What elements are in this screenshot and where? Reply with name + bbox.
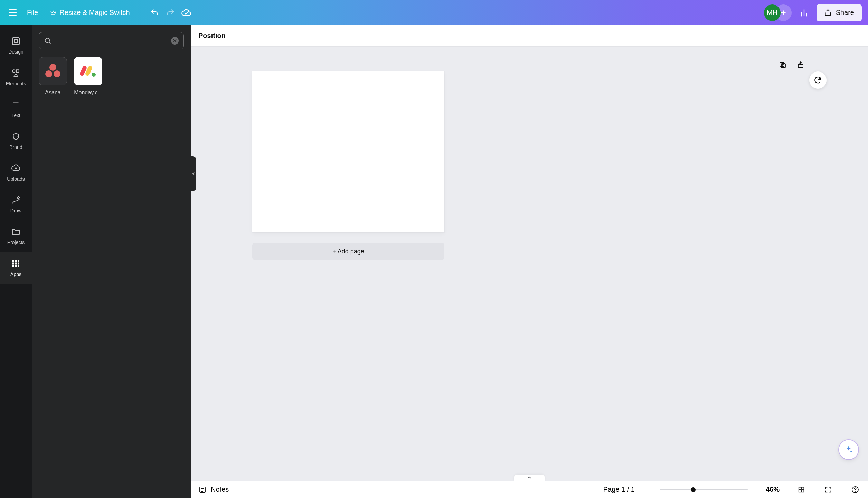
pages-peek-button[interactable] <box>514 475 545 481</box>
footer-bar: Notes Page 1 / 1 46% <box>191 481 868 498</box>
monday-icon <box>78 61 98 82</box>
rail-item-projects[interactable]: Projects <box>0 220 32 252</box>
rail-item-brand[interactable]: CO. Brand <box>0 125 32 156</box>
rail-item-elements[interactable]: Elements <box>0 61 32 93</box>
duplicate-page-button[interactable] <box>777 60 788 70</box>
svg-rect-8 <box>12 263 14 265</box>
apps-search-input[interactable] <box>56 37 167 45</box>
cloud-sync-button[interactable] <box>178 5 194 21</box>
crown-icon <box>50 10 56 16</box>
text-icon <box>11 99 21 110</box>
rail-item-apps[interactable]: Apps <box>0 252 32 284</box>
apps-grid: Asana Monday.c... <box>39 57 184 96</box>
close-icon <box>173 39 177 42</box>
page-actions <box>777 60 806 70</box>
app-tile <box>39 57 67 85</box>
help-button[interactable] <box>850 485 860 495</box>
projects-icon <box>11 227 21 237</box>
context-toolbar: Position <box>191 25 868 47</box>
rail-item-text[interactable]: Text <box>0 93 32 125</box>
notes-icon <box>198 486 207 494</box>
side-panel: Asana Monday.c... <box>32 25 191 498</box>
draw-icon <box>11 195 21 205</box>
redo-button[interactable] <box>162 5 178 21</box>
svg-point-17 <box>54 70 60 77</box>
notes-button[interactable]: Notes <box>198 486 229 494</box>
svg-point-20 <box>92 73 96 77</box>
app-tile <box>74 57 102 85</box>
add-page-button[interactable]: + Add page <box>252 243 444 260</box>
rail-label: Apps <box>10 271 21 277</box>
resize-magic-switch-button[interactable]: Resize & Magic Switch <box>44 5 136 20</box>
elements-icon <box>11 68 21 78</box>
upload-icon <box>796 61 805 69</box>
cloud-check-icon <box>181 8 191 18</box>
fullscreen-button[interactable] <box>823 485 833 495</box>
page-indicator[interactable]: Page 1 / 1 <box>603 486 635 494</box>
refresh-sparkle-icon <box>813 76 822 85</box>
svg-rect-7 <box>18 260 19 262</box>
svg-rect-1 <box>14 39 18 43</box>
file-menu-label: File <box>27 9 38 17</box>
export-page-button[interactable] <box>795 60 806 70</box>
share-icon <box>824 9 832 17</box>
svg-rect-0 <box>12 38 19 45</box>
main-menu-button[interactable] <box>6 6 21 20</box>
notes-label: Notes <box>211 486 229 494</box>
svg-point-2 <box>12 70 15 73</box>
top-bar: File Resize & Magic Switch MH Share <box>0 0 868 25</box>
rail-label: Uploads <box>7 176 25 182</box>
svg-rect-21 <box>781 64 785 68</box>
app-card-asana[interactable]: Asana <box>39 57 67 96</box>
svg-rect-22 <box>780 62 784 66</box>
svg-point-15 <box>49 64 56 71</box>
share-label: Share <box>836 9 854 17</box>
design-icon <box>11 36 21 46</box>
svg-point-14 <box>45 38 50 43</box>
undo-button[interactable] <box>147 5 162 21</box>
zoom-slider-thumb[interactable] <box>691 487 696 492</box>
svg-rect-26 <box>802 487 804 489</box>
svg-rect-10 <box>18 263 19 265</box>
uploads-icon <box>11 163 21 173</box>
position-button[interactable]: Position <box>198 32 226 40</box>
duplicate-icon <box>779 61 787 69</box>
search-icon <box>44 37 51 45</box>
zoom-slider[interactable] <box>660 489 748 490</box>
avatar[interactable]: MH <box>764 4 781 21</box>
canvas-page[interactable] <box>252 71 444 232</box>
svg-rect-28 <box>802 490 804 492</box>
app-card-monday[interactable]: Monday.c... <box>74 57 102 96</box>
app-label: Asana <box>45 89 60 96</box>
canvas-stage[interactable]: + Add page <box>191 47 868 481</box>
apps-search[interactable] <box>39 32 184 49</box>
grid-view-button[interactable] <box>796 485 806 495</box>
rail-label: Projects <box>7 240 25 245</box>
clear-search-button[interactable] <box>171 37 179 45</box>
rail-item-draw[interactable]: Draw <box>0 188 32 220</box>
redo-icon <box>166 8 175 17</box>
share-button[interactable]: Share <box>817 4 862 21</box>
chevron-up-icon <box>527 476 532 479</box>
canva-assistant-button[interactable] <box>839 440 858 459</box>
rail-label: Design <box>8 49 23 55</box>
svg-point-16 <box>45 70 52 77</box>
magic-write-button[interactable] <box>809 71 827 89</box>
asana-icon <box>43 61 63 82</box>
rail-label: Brand <box>9 144 22 150</box>
help-icon <box>851 486 859 494</box>
brand-icon: CO. <box>11 131 21 142</box>
add-page-label: + Add page <box>332 248 364 255</box>
fullscreen-icon <box>824 486 832 494</box>
svg-rect-25 <box>799 487 801 489</box>
rail-label: Elements <box>6 81 26 86</box>
resize-magic-switch-label: Resize & Magic Switch <box>59 9 130 17</box>
zoom-level[interactable]: 46% <box>766 486 780 494</box>
svg-rect-9 <box>15 263 17 265</box>
file-menu-button[interactable]: File <box>21 5 44 20</box>
svg-text:CO.: CO. <box>13 135 18 138</box>
insights-button[interactable] <box>796 4 812 21</box>
rail-item-uploads[interactable]: Uploads <box>0 156 32 188</box>
svg-rect-6 <box>15 260 17 262</box>
rail-item-design[interactable]: Design <box>0 29 32 61</box>
